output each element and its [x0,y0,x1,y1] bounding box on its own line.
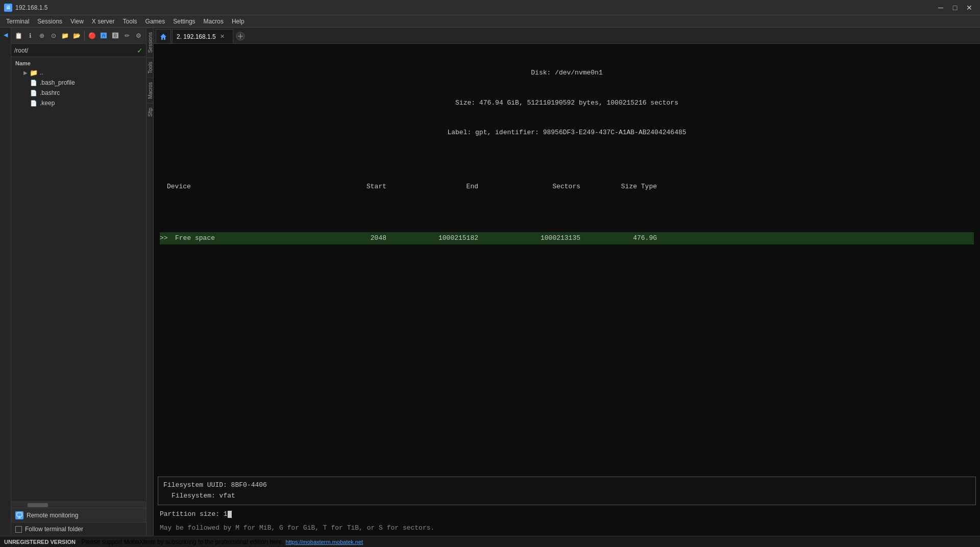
file-tree: Name ▶ 📁 .. 📄 .bash_profile 📄 .bashrc [11,57,146,502]
file-tree-item-bash-profile[interactable]: 📄 .bash_profile [11,78,146,88]
disk-info-line1: Disk: /dev/nvme0n1 [160,68,974,78]
tb-info-btn[interactable]: ℹ [25,30,36,41]
menu-bar: Terminal Sessions View X server Tools Ga… [0,15,980,28]
status-unregistered-label: UNREGISTERED VERSION [4,539,76,545]
file-tree-header: Name [11,59,146,67]
terminal-output[interactable]: Disk: /dev/nvme0n1 Size: 476.94 GiB, 512… [154,44,980,477]
menu-sessions[interactable]: Sessions [33,17,66,26]
tb-text-btn[interactable]: 🅰 [99,30,109,41]
file-icon-bash-profile: 📄 [30,79,38,87]
right-panel: 2. 192.168.1.5 ✕ Disk: /dev/nvme0n1 Size… [154,28,980,536]
filesystem-info-box: Filesystem UUID: 8BF0-4406 Filesystem: v… [158,477,976,505]
menu-settings[interactable]: Settings [169,17,199,26]
tb-open-btn[interactable]: 📂 [71,30,82,41]
file-icon-bashrc: 📄 [30,89,38,97]
path-input[interactable] [14,47,135,54]
col-header-size-type: Size Type [596,182,657,192]
terminal-tab[interactable]: 2. 192.168.1.5 ✕ [172,29,233,43]
title-bar-left: 🖥 192.168.1.5 [4,4,47,12]
tree-item-label-bashrc: .bashrc [40,89,60,96]
side-icon-strip: ◀ [0,28,11,536]
sidebar-toggle-icon[interactable]: ◀ [1,30,11,40]
file-toolbar: 📋 ℹ ⊕ ⊙ 📁 📂 🔴 🅰 🅱 ✏ ⚙ [11,28,146,44]
side-tabs: Sessions Tools Macros Sftp [146,28,154,536]
col-header-start: Start [310,182,402,192]
row-device: Free space [175,233,310,243]
remote-monitoring-item[interactable]: Remote monitoring [11,508,146,523]
tb-settings-btn[interactable]: ⚙ [133,30,144,41]
input-prompt-label: Partition size: 1 [160,510,228,518]
tb-new-file-btn[interactable]: ⊕ [37,30,47,41]
new-tab-button[interactable] [233,29,248,43]
menu-macros[interactable]: Macros [200,17,228,26]
scroll-thumb [28,503,48,507]
tab-label: 2. 192.168.1.5 [177,33,216,40]
remote-monitoring-label: Remote monitoring [27,512,78,519]
menu-help[interactable]: Help [228,17,249,26]
menu-view[interactable]: View [66,17,88,26]
menu-xserver[interactable]: X server [88,17,119,26]
follow-folder-checkbox[interactable] [15,526,22,533]
tb-delete-btn[interactable]: 🔴 [87,30,97,41]
tree-item-label-dotdot: .. [40,69,43,76]
window-title: 192.168.1.5 [15,4,47,11]
svg-rect-0 [17,513,22,516]
tb-new-folder-btn[interactable]: ⊙ [48,30,59,41]
col-header-sectors: Sectors [494,182,596,192]
tb-copy2-btn[interactable]: 📁 [60,30,70,41]
status-message: - Please support MobaXterm by subscribin… [78,538,284,545]
remote-monitoring-icon [15,511,23,519]
disk-info-line2: Size: 476.94 GiB, 512110190592 bytes, 10… [160,98,974,108]
menu-terminal[interactable]: Terminal [2,17,33,26]
follow-terminal-folder-item[interactable]: Follow terminal folder [11,523,146,536]
side-tab-sftp[interactable]: Sftp [146,103,153,121]
menu-games[interactable]: Games [141,17,169,26]
side-tab-sessions[interactable]: Sessions [146,28,153,57]
tb-copy-btn[interactable]: 📋 [13,30,24,41]
folder-icon-dotdot: 📁 [30,68,38,77]
tb-binary-btn[interactable]: 🅱 [110,30,121,41]
status-bar: UNREGISTERED VERSION - Please support Mo… [0,536,980,547]
tree-arrow-dotdot: ▶ [23,70,30,76]
side-tab-macros[interactable]: Macros [146,78,153,103]
file-tree-item-dotdot[interactable]: ▶ 📁 .. [11,67,146,78]
tree-item-label-bash-profile: .bash_profile [40,79,75,86]
status-link[interactable]: https://mobaxterm.mobatek.net [286,539,363,545]
title-bar-controls: ─ □ ✕ [934,2,976,13]
follow-folder-label: Follow terminal folder [25,526,83,533]
file-tree-item-keep[interactable]: 📄 .keep [11,98,146,108]
menu-tools[interactable]: Tools [119,17,141,26]
tb-edit-btn[interactable]: ✏ [121,30,132,41]
app-icon: 🖥 [4,4,12,12]
horizontal-scrollbar[interactable] [11,502,146,508]
path-bar: ✓ [11,44,146,57]
col-header-end: End [402,182,494,192]
side-tab-tools[interactable]: Tools [146,57,153,78]
row-sectors: 1000213135 [494,233,596,243]
row-end: 1000215182 [402,233,494,243]
help-text: May be followed by M for MiB, G for GiB,… [154,522,980,536]
filesystem-uuid: Filesystem UUID: 8BF0-4406 [163,480,970,491]
close-button[interactable]: ✕ [963,2,976,13]
row-pointer: >> [160,233,175,243]
tab-bar: 2. 192.168.1.5 ✕ [154,28,980,44]
terminal-input-area: Partition size: 1 [154,508,980,522]
file-tree-item-bashrc[interactable]: 📄 .bashrc [11,88,146,98]
tab-close-button[interactable]: ✕ [219,33,226,40]
tab-home-button[interactable] [156,29,171,43]
title-bar: 🖥 192.168.1.5 ─ □ ✕ [0,0,980,15]
col-header-device: Device [167,182,310,192]
disk-info-line3: Label: gpt, identifier: 98956DF3-E249-43… [160,128,974,138]
table-header-row: Device Start End Sectors Size Type [160,182,974,192]
file-icon-keep: 📄 [30,99,38,107]
filesystem-type: Filesystem: vfat [163,491,970,502]
main-layout: ◀ 📋 ℹ ⊕ ⊙ 📁 📂 🔴 🅰 🅱 ✏ ⚙ ✓ Name [0,28,980,536]
tb-separator-1 [84,31,85,40]
left-panel-bottom: Remote monitoring Follow terminal folder [11,502,146,536]
terminal-cursor [228,511,232,518]
row-size-type: 476.9G [596,233,657,243]
path-check-icon: ✓ [137,46,143,55]
maximize-button[interactable]: □ [948,2,962,13]
left-panel: 📋 ℹ ⊕ ⊙ 📁 📂 🔴 🅰 🅱 ✏ ⚙ ✓ Name ▶ 📁 [11,28,146,536]
minimize-button[interactable]: ─ [934,2,947,13]
